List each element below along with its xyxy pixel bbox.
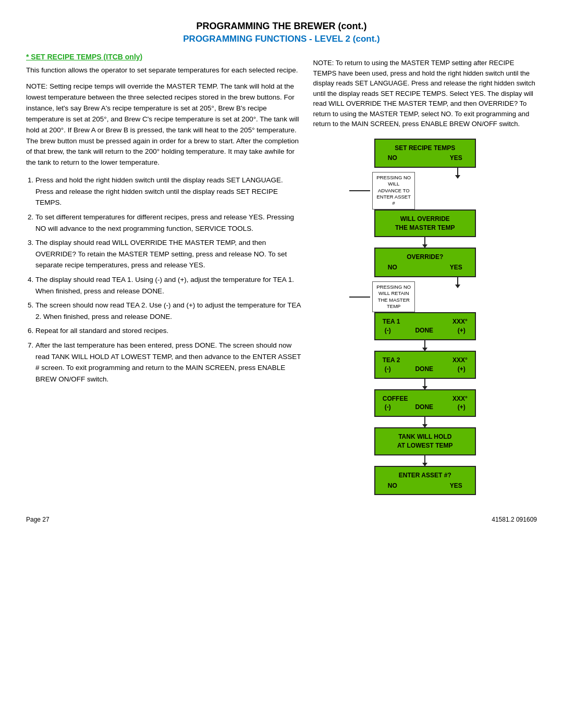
fc-coffee-xxx: XXX° bbox=[452, 394, 468, 403]
fc-label-tank-hold2: AT LOWEST TEMP bbox=[383, 441, 468, 450]
note2-para: NOTE: To return to using the MASTER TEMP… bbox=[313, 58, 537, 129]
page-footer: Page 27 41581.2 091609 bbox=[26, 516, 537, 523]
fc-label-will-override: WILL OVERRIDE bbox=[383, 215, 468, 224]
fc-label-coffee: COFFEE bbox=[383, 394, 408, 403]
fc-label-tea2: TEA 2 bbox=[383, 356, 400, 365]
left-column: * SET RECIPE TEMPS (ITCB only) This func… bbox=[26, 53, 303, 389]
note1-label: NOTE: bbox=[26, 82, 47, 90]
fc-label-set-recipe-temps: SET RECIPE TEMPS bbox=[383, 144, 468, 153]
fc-tea1-xxx: XXX° bbox=[452, 317, 468, 326]
fc-label-override: OVERRIDE? bbox=[383, 253, 468, 262]
note2-label: NOTE: bbox=[313, 59, 334, 67]
fc-tea2-done: DONE bbox=[415, 365, 433, 374]
fc-yes-3: YES bbox=[450, 263, 462, 272]
fc-label-tank-hold1: TANK WILL HOLD bbox=[383, 433, 468, 441]
side-note-pressing-no-1: PRESSING NO WILL ADVANCE TO ENTER ASSET … bbox=[372, 172, 415, 209]
fc-yes-8: YES bbox=[450, 482, 462, 490]
fc-node-tea1: TEA 1 XXX° (-) DONE (+) bbox=[374, 312, 476, 340]
fc-tea2-minus: (-) bbox=[385, 365, 391, 374]
step-1: Press and hold the right hidden switch u… bbox=[35, 175, 303, 208]
fc-node-set-recipe-temps: SET RECIPE TEMPS NO YES bbox=[374, 139, 476, 168]
fc-no-3: NO bbox=[388, 263, 397, 272]
fc-node-coffee: COFFEE XXX° (-) DONE (+) bbox=[374, 389, 476, 417]
fc-tea1-plus: (+) bbox=[458, 326, 466, 335]
note1-para: NOTE: Setting recipe temps will override… bbox=[26, 81, 303, 168]
side-note-pressing-no-2: PRESSING NO WILL RETAIN THE MASTER TEMP bbox=[372, 281, 415, 312]
step-6: Repeat for all standard and stored recip… bbox=[35, 325, 303, 337]
fc-tea2-plus: (+) bbox=[458, 365, 466, 374]
fc-node-tea2: TEA 2 XXX° (-) DONE (+) bbox=[374, 351, 476, 379]
step-3: The display should read WILL OVERRIDE TH… bbox=[35, 237, 303, 271]
intro-text: This function allows the operator to set… bbox=[26, 65, 303, 76]
note1-text: Setting recipe temps will override the M… bbox=[26, 82, 299, 166]
fc-no-8: NO bbox=[388, 482, 397, 490]
step-2: To set different temperatures for differ… bbox=[35, 212, 303, 234]
right-column: NOTE: To return to using the MASTER TEMP… bbox=[313, 53, 537, 495]
fc-label-master-temp: THE MASTER TEMP bbox=[383, 224, 468, 232]
fc-yes-1: YES bbox=[450, 154, 462, 163]
fc-node-enter-asset: ENTER ASSET #? NO YES bbox=[374, 466, 476, 496]
page-number: Page 27 bbox=[26, 516, 50, 523]
fc-node-override: OVERRIDE? NO YES bbox=[374, 248, 476, 277]
fc-tea1-minus: (-) bbox=[385, 326, 391, 335]
subsection-title: * SET RECIPE TEMPS (ITCB only) bbox=[26, 53, 303, 61]
fc-tea2-xxx: XXX° bbox=[452, 356, 468, 365]
fc-label-enter-asset: ENTER ASSET #? bbox=[383, 471, 468, 480]
fc-node-will-override: WILL OVERRIDE THE MASTER TEMP bbox=[374, 209, 476, 238]
fc-node-tank-hold: TANK WILL HOLD AT LOWEST TEMP bbox=[374, 427, 476, 455]
doc-number: 41581.2 091609 bbox=[492, 516, 537, 523]
step-7: After the last temperature has been ente… bbox=[35, 340, 303, 385]
note2-text: To return to using the MASTER TEMP setti… bbox=[313, 59, 535, 128]
fc-coffee-minus: (-) bbox=[385, 403, 391, 412]
page-title: PROGRAMMING THE BREWER (cont.) bbox=[26, 21, 537, 32]
fc-no-1: NO bbox=[388, 154, 397, 163]
fc-coffee-done: DONE bbox=[415, 403, 433, 412]
flowchart: SET RECIPE TEMPS NO YES PRESSING NO WILL… bbox=[349, 139, 500, 496]
step-5: The screen should now read TEA 2. Use (-… bbox=[35, 300, 303, 322]
fc-label-tea1: TEA 1 bbox=[383, 317, 400, 326]
section-title: PROGRAMMING FUNCTIONS - LEVEL 2 (cont.) bbox=[26, 34, 537, 44]
step-4: The display should read TEA 1. Using (-)… bbox=[35, 274, 303, 297]
fc-coffee-plus: (+) bbox=[458, 403, 466, 412]
steps-list: Press and hold the right hidden switch u… bbox=[35, 175, 303, 385]
fc-tea1-done: DONE bbox=[415, 326, 433, 335]
